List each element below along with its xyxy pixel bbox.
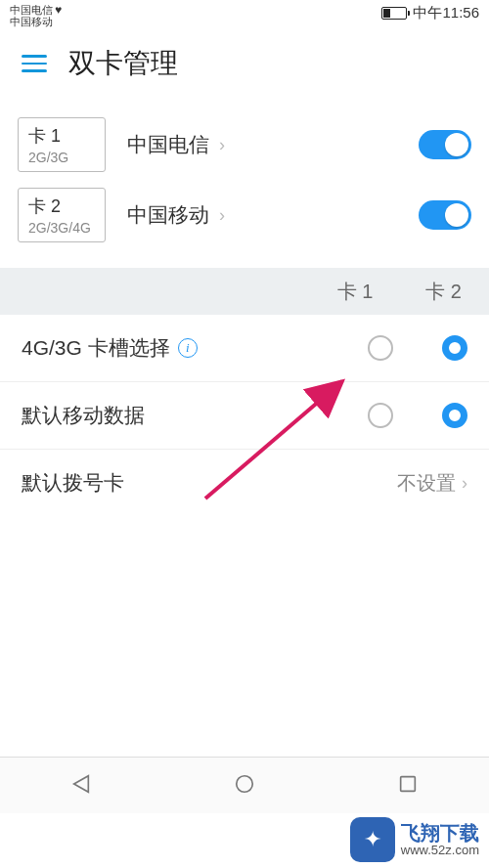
status-time: 中午11:56 bbox=[413, 4, 479, 22]
sim-1-carrier: 中国电信 bbox=[127, 131, 209, 158]
sim-1-sub: 2G/3G bbox=[28, 150, 105, 165]
watermark-url: www.52z.com bbox=[401, 844, 479, 857]
default-data-label: 默认移动数据 bbox=[22, 402, 145, 429]
header: 双卡管理 bbox=[0, 31, 489, 100]
page-title: 双卡管理 bbox=[68, 45, 178, 82]
status-carriers: 中国电信 ♥ 中国移动 bbox=[10, 4, 62, 27]
default-data-card1-radio[interactable] bbox=[368, 403, 393, 428]
info-icon[interactable]: i bbox=[178, 338, 198, 358]
column-card2: 卡 2 bbox=[425, 279, 462, 305]
setting-default-data: 默认移动数据 bbox=[0, 382, 489, 450]
navigation-bar bbox=[0, 757, 489, 813]
slot-select-card1-radio[interactable] bbox=[368, 335, 393, 361]
nav-recent-icon[interactable] bbox=[397, 773, 419, 799]
sim-section: 卡 1 2G/3G 中国电信 › 卡 2 2G/3G/4G 中国移动 › bbox=[0, 100, 489, 268]
slot-select-card2-radio[interactable] bbox=[442, 335, 467, 361]
heart-icon: ♥ bbox=[55, 4, 62, 16]
sim-2-carrier: 中国移动 bbox=[127, 201, 209, 229]
status-right: 中午11:56 bbox=[381, 4, 479, 22]
sim-row-1[interactable]: 卡 1 2G/3G 中国电信 › bbox=[18, 109, 471, 180]
chevron-right-icon: › bbox=[219, 205, 225, 226]
slot-select-label: 4G/3G 卡槽选择 bbox=[22, 334, 170, 362]
chevron-right-icon: › bbox=[462, 473, 467, 494]
nav-back-icon[interactable] bbox=[70, 773, 92, 799]
chevron-right-icon: › bbox=[219, 135, 225, 155]
nav-home-icon[interactable] bbox=[234, 773, 255, 799]
sim-card-1-box: 卡 1 2G/3G bbox=[18, 117, 106, 172]
sim-2-toggle[interactable] bbox=[419, 200, 471, 230]
sim-2-sub: 2G/3G/4G bbox=[28, 220, 105, 236]
default-dial-label: 默认拨号卡 bbox=[22, 469, 124, 497]
default-data-card2-radio[interactable] bbox=[442, 403, 467, 428]
sim-1-toggle[interactable] bbox=[419, 130, 471, 159]
default-dial-value: 不设置 bbox=[397, 470, 456, 497]
battery-icon bbox=[381, 7, 407, 20]
sim-1-title: 卡 1 bbox=[28, 124, 105, 148]
sim-2-title: 卡 2 bbox=[28, 195, 105, 218]
watermark: ✦ 飞翔下载 www.52z.com bbox=[350, 817, 479, 862]
watermark-logo-icon: ✦ bbox=[350, 817, 395, 862]
svg-point-1 bbox=[237, 775, 253, 792]
status-bar: 中国电信 ♥ 中国移动 中午11:56 bbox=[0, 0, 489, 31]
setting-default-dial[interactable]: 默认拨号卡 不设置 › bbox=[0, 450, 489, 516]
sim-row-2[interactable]: 卡 2 2G/3G/4G 中国移动 › bbox=[18, 180, 471, 250]
carrier-1: 中国电信 bbox=[10, 4, 53, 16]
svg-rect-2 bbox=[400, 776, 415, 791]
column-card1: 卡 1 bbox=[337, 279, 374, 305]
setting-slot-select: 4G/3G 卡槽选择 i bbox=[0, 315, 489, 382]
menu-icon[interactable] bbox=[22, 55, 47, 72]
watermark-name: 飞翔下载 bbox=[401, 822, 479, 844]
carrier-2: 中国移动 bbox=[10, 16, 62, 27]
column-header: 卡 1 卡 2 bbox=[0, 268, 489, 315]
sim-card-2-box: 卡 2 2G/3G/4G bbox=[18, 188, 106, 242]
